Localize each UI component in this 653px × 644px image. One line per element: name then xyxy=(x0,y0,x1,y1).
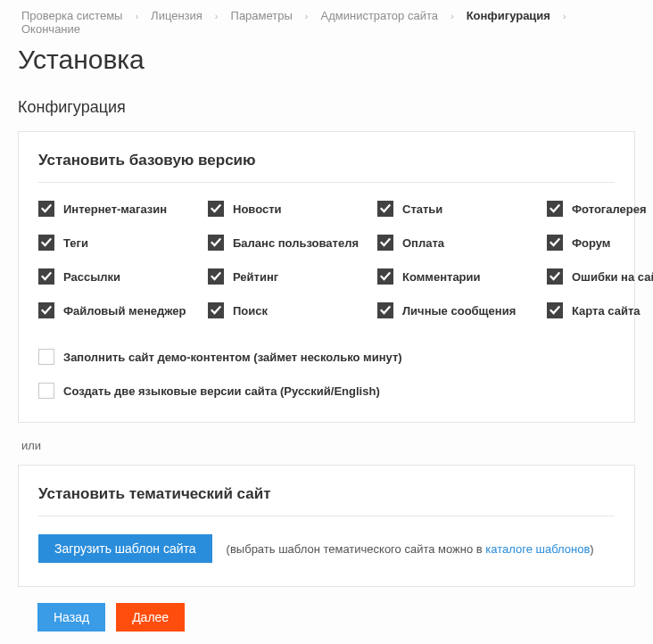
checkbox-checked-icon xyxy=(208,268,224,285)
chevron-right-icon: › xyxy=(126,11,147,21)
checkbox-checked-icon xyxy=(377,302,393,318)
module-checkbox[interactable]: Ошибки на сайте xyxy=(547,268,653,285)
module-label: Теги xyxy=(63,236,88,250)
extra-option-label: Заполнить сайт демо-контентом (займет не… xyxy=(63,351,402,364)
module-label: Личные сообщения xyxy=(402,304,516,318)
module-label: Оплата xyxy=(402,236,444,250)
module-label: Фотогалерея xyxy=(572,202,647,216)
checkbox-checked-icon xyxy=(547,268,563,285)
extra-option-checkbox[interactable]: Создать две языковые версии сайта (Русск… xyxy=(38,383,615,399)
template-hint-suffix: ) xyxy=(590,542,593,556)
breadcrumb-item[interactable]: Проверка системы xyxy=(18,9,126,22)
module-checkbox[interactable]: Оплата xyxy=(377,235,547,251)
checkbox-checked-icon xyxy=(377,268,393,285)
module-label: Статьи xyxy=(402,202,442,216)
module-checkbox[interactable]: Рейтинг xyxy=(208,268,377,285)
module-checkbox[interactable]: Комментарии xyxy=(377,268,547,285)
breadcrumb-item[interactable]: Окончание xyxy=(18,22,84,36)
load-template-button[interactable]: Загрузить шаблон сайта xyxy=(38,534,212,563)
checkbox-checked-icon xyxy=(208,201,224,217)
breadcrumb: Проверка системы›Лицензия›Параметры›Адми… xyxy=(18,0,635,39)
module-checkbox[interactable]: Теги xyxy=(38,235,208,251)
module-checkbox[interactable]: Интернет-магазин xyxy=(38,201,208,217)
template-hint: (выбрать шаблон тематического сайта можн… xyxy=(227,542,594,556)
module-checkbox[interactable]: Форум xyxy=(547,235,653,251)
next-button[interactable]: Далее xyxy=(116,603,185,632)
module-label: Новости xyxy=(233,202,282,216)
checkbox-checked-icon xyxy=(38,302,54,318)
panel-theme-title: Установить тематический сайт xyxy=(38,485,615,516)
module-checkbox[interactable]: Статьи xyxy=(377,201,547,217)
module-checkbox[interactable]: Фотогалерея xyxy=(547,201,653,217)
checkbox-unchecked-icon xyxy=(38,349,54,365)
checkbox-checked-icon xyxy=(38,235,54,251)
module-label: Баланс пользователя xyxy=(233,236,359,250)
module-label: Ошибки на сайте xyxy=(572,270,653,284)
module-grid: Интернет-магазинНовостиСтатьиФотогалерея… xyxy=(38,201,615,318)
chevron-right-icon: › xyxy=(206,11,227,21)
checkbox-unchecked-icon xyxy=(38,383,54,399)
module-label: Форум xyxy=(572,236,610,250)
module-label: Интернет-магазин xyxy=(63,202,167,216)
module-checkbox[interactable]: Карта сайта xyxy=(547,302,653,318)
module-label: Карта сайта xyxy=(572,304,641,318)
chevron-right-icon: › xyxy=(442,11,463,21)
module-checkbox[interactable]: Рассылки xyxy=(38,268,208,285)
module-label: Комментарии xyxy=(402,270,481,284)
checkbox-checked-icon xyxy=(377,201,393,217)
or-separator: или xyxy=(21,439,635,452)
module-checkbox[interactable]: Поиск xyxy=(208,302,377,318)
checkbox-checked-icon xyxy=(547,201,563,217)
checkbox-checked-icon xyxy=(208,302,224,318)
breadcrumb-item[interactable]: Администратор сайта xyxy=(318,9,442,22)
extra-option-label: Создать две языковые версии сайта (Русск… xyxy=(63,384,380,398)
extra-option-checkbox[interactable]: Заполнить сайт демо-контентом (займет не… xyxy=(38,349,615,365)
module-label: Рейтинг xyxy=(233,270,278,284)
breadcrumb-item[interactable]: Лицензия xyxy=(147,9,206,22)
module-checkbox[interactable]: Файловый менеджер xyxy=(38,302,208,318)
back-button[interactable]: Назад xyxy=(37,603,105,632)
checkbox-checked-icon xyxy=(547,302,563,318)
chevron-right-icon: › xyxy=(296,11,318,21)
module-label: Файловый менеджер xyxy=(63,304,186,318)
breadcrumb-item[interactable]: Конфигурация xyxy=(463,9,554,22)
module-label: Поиск xyxy=(233,304,268,318)
page-title: Установка xyxy=(18,45,635,75)
module-label: Рассылки xyxy=(63,270,120,284)
module-checkbox[interactable]: Баланс пользователя xyxy=(208,235,377,251)
extra-options: Заполнить сайт демо-контентом (займет не… xyxy=(38,349,615,399)
template-catalog-link[interactable]: каталоге шаблонов xyxy=(485,542,590,556)
nav-row: Назад Далее xyxy=(18,603,635,632)
module-checkbox[interactable]: Личные сообщения xyxy=(377,302,547,318)
checkbox-checked-icon xyxy=(547,235,563,251)
panel-base-title: Установить базовую версию xyxy=(38,152,615,183)
module-checkbox[interactable]: Новости xyxy=(208,201,377,217)
template-hint-prefix: (выбрать шаблон тематического сайта можн… xyxy=(227,542,486,556)
checkbox-checked-icon xyxy=(208,235,224,251)
checkbox-checked-icon xyxy=(38,268,54,285)
chevron-right-icon: › xyxy=(554,11,575,21)
checkbox-checked-icon xyxy=(38,201,54,217)
panel-theme-site: Установить тематический сайт Загрузить ш… xyxy=(18,465,635,587)
panel-base-version: Установить базовую версию Интернет-магаз… xyxy=(18,131,635,423)
section-title: Конфигурация xyxy=(18,98,635,117)
breadcrumb-item[interactable]: Параметры xyxy=(227,9,296,22)
checkbox-checked-icon xyxy=(377,235,393,251)
